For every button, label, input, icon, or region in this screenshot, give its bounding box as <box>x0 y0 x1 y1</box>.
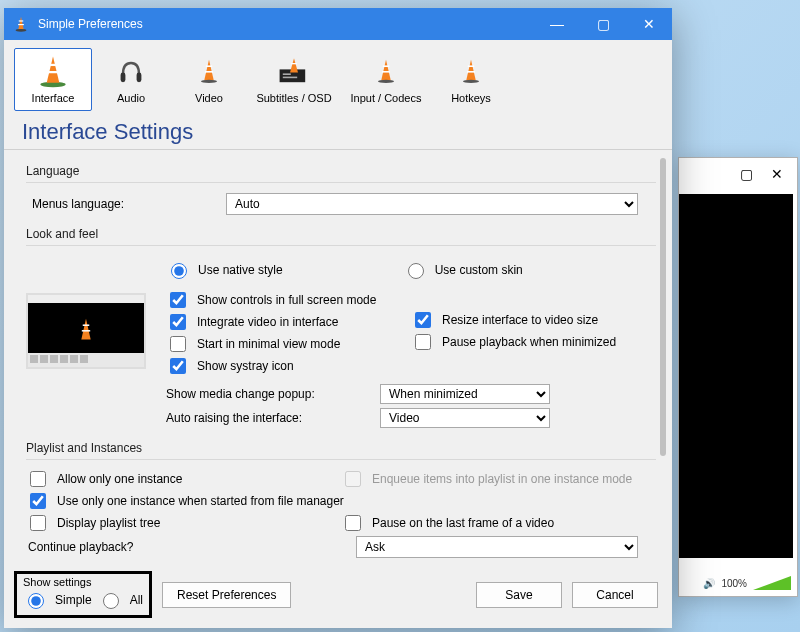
auto-raise-label: Auto raising the interface: <box>166 411 366 425</box>
display-tree-checkbox[interactable]: Display playlist tree <box>26 512 341 534</box>
page-heading: Interface Settings <box>4 113 672 150</box>
custom-skin-radio[interactable]: Use custom skin <box>403 260 523 279</box>
svg-rect-15 <box>383 65 389 67</box>
interface-preview-thumbnail <box>26 293 146 369</box>
window-title: Simple Preferences <box>38 17 534 31</box>
allow-one-instance-checkbox[interactable]: Allow only one instance <box>26 468 341 490</box>
svg-rect-13 <box>283 73 291 75</box>
tab-label: Input / Codecs <box>351 92 422 104</box>
enqueue-checkbox: Enqueue items into playlist in one insta… <box>341 468 656 490</box>
integrate-video-checkbox[interactable]: Integrate video in interface <box>166 311 411 333</box>
svg-rect-7 <box>137 73 142 83</box>
tab-label: Hotkeys <box>451 92 491 104</box>
continue-playback-select[interactable]: Ask <box>356 536 638 558</box>
svg-rect-6 <box>121 73 126 83</box>
svg-rect-12 <box>291 63 297 64</box>
app-cone-icon <box>12 15 30 33</box>
svg-rect-1 <box>18 24 24 25</box>
show-settings-box: Show settings Simple All <box>14 571 152 618</box>
svg-rect-0 <box>19 20 24 21</box>
tab-label: Interface <box>32 92 75 104</box>
auto-raise-select[interactable]: Video <box>380 408 550 428</box>
menus-language-label: Menus language: <box>26 197 226 211</box>
bg-maximize-icon[interactable]: ▢ <box>740 166 753 182</box>
tab-subtitles[interactable]: Subtitles / OSD <box>248 48 340 111</box>
pause-minimized-checkbox[interactable]: Pause playback when minimized <box>411 331 656 353</box>
bg-video-area <box>679 194 793 558</box>
volume-text: 100% <box>721 578 747 589</box>
minimize-button[interactable]: — <box>534 8 580 40</box>
start-minimal-checkbox[interactable]: Start in minimal view mode <box>166 333 411 355</box>
reset-preferences-button[interactable]: Reset Preferences <box>162 582 291 608</box>
tab-video[interactable]: Video <box>170 48 248 111</box>
video-cone-icon <box>173 53 245 89</box>
category-tabs: Interface Audio Video Subtitles / OSD In… <box>4 40 672 113</box>
svg-rect-14 <box>283 77 297 79</box>
svg-rect-19 <box>467 71 475 73</box>
volume-triangle-icon <box>753 576 791 590</box>
titlebar: Simple Preferences — ▢ ✕ <box>4 8 672 40</box>
preferences-window: Simple Preferences — ▢ ✕ Interface Audio… <box>4 8 672 628</box>
tab-audio[interactable]: Audio <box>92 48 170 111</box>
interface-cone-icon <box>17 53 89 89</box>
bg-close-icon[interactable]: ✕ <box>771 166 783 182</box>
scrollbar[interactable] <box>660 158 668 555</box>
systray-checkbox[interactable]: Show systray icon <box>166 355 411 377</box>
menus-language-select[interactable]: Auto <box>226 193 638 215</box>
svg-rect-8 <box>206 65 212 67</box>
svg-rect-9 <box>205 71 213 73</box>
svg-rect-22 <box>82 330 90 331</box>
svg-rect-21 <box>83 324 90 325</box>
svg-rect-16 <box>382 71 390 73</box>
show-controls-checkbox[interactable]: Show controls in full screen mode <box>166 289 411 311</box>
tab-hotkeys[interactable]: Hotkeys <box>432 48 510 111</box>
tab-interface[interactable]: Interface <box>14 48 92 111</box>
close-button[interactable]: ✕ <box>626 8 672 40</box>
subtitles-icon <box>251 53 337 89</box>
svg-point-20 <box>463 80 479 83</box>
show-settings-label: Show settings <box>23 576 143 588</box>
tab-label: Subtitles / OSD <box>256 92 331 104</box>
cancel-button[interactable]: Cancel <box>572 582 658 608</box>
one-instance-fm-checkbox[interactable]: Use only one instance when started from … <box>26 490 656 512</box>
hotkeys-cone-icon <box>435 53 507 89</box>
media-change-select[interactable]: When minimized <box>380 384 550 404</box>
group-playlist-title: Playlist and Instances <box>26 441 656 455</box>
volume-indicator[interactable]: 🔊 100% <box>703 576 791 590</box>
maximize-button[interactable]: ▢ <box>580 8 626 40</box>
continue-playback-label: Continue playback? <box>26 540 356 554</box>
save-button[interactable]: Save <box>476 582 562 608</box>
footer-bar: Show settings Simple All Reset Preferenc… <box>4 563 672 628</box>
tab-label: Audio <box>117 92 145 104</box>
svg-point-17 <box>378 80 394 83</box>
svg-rect-5 <box>47 71 59 73</box>
svg-rect-18 <box>468 65 474 67</box>
resize-interface-checkbox[interactable]: Resize interface to video size <box>411 309 656 331</box>
pause-last-frame-checkbox[interactable]: Pause on the last frame of a video <box>341 512 656 534</box>
svg-rect-4 <box>49 64 58 66</box>
group-language-title: Language <box>26 164 656 178</box>
background-player-window: ▢ ✕ 🔊 100% <box>678 157 798 597</box>
media-change-label: Show media change popup: <box>166 387 366 401</box>
codecs-cone-icon <box>343 53 429 89</box>
svg-point-10 <box>201 80 217 83</box>
tab-input-codecs[interactable]: Input / Codecs <box>340 48 432 111</box>
show-all-radio[interactable]: All <box>98 590 143 609</box>
watermark-text: wsi .m <box>766 200 795 210</box>
group-look-title: Look and feel <box>26 227 656 241</box>
headphones-icon <box>95 53 167 89</box>
show-simple-radio[interactable]: Simple <box>23 590 92 609</box>
svg-point-2 <box>16 29 27 32</box>
tab-label: Video <box>195 92 223 104</box>
settings-content: Language Menus language: Auto Look and f… <box>4 150 672 563</box>
native-style-radio[interactable]: Use native style <box>166 260 283 279</box>
